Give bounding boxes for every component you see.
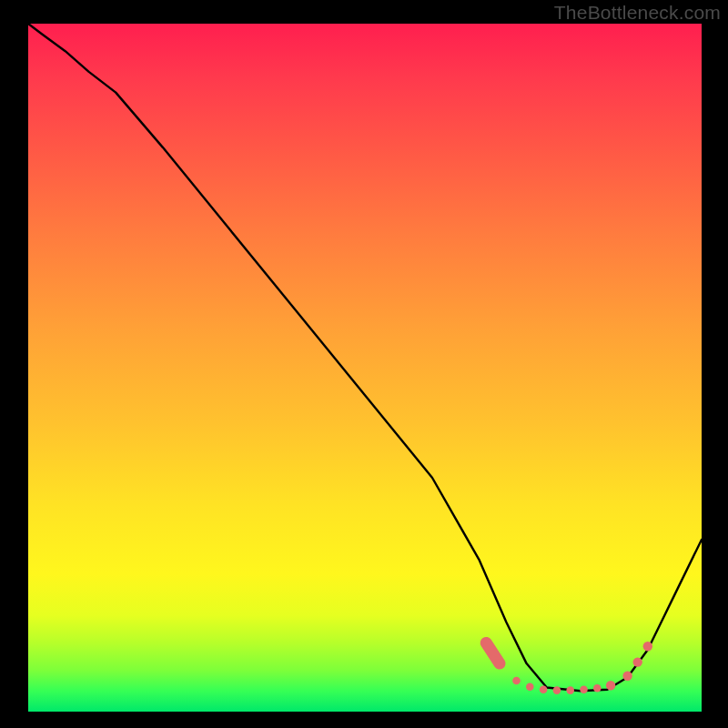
marker-dot: [553, 686, 561, 694]
plot-area: [28, 24, 702, 712]
marker-layer: [486, 642, 652, 694]
marker-dot: [540, 686, 548, 694]
marker-dot: [496, 660, 504, 668]
marker-dot: [566, 686, 574, 694]
chart-frame: TheBottleneck.com: [0, 0, 728, 728]
chart-overlay: [28, 24, 702, 712]
marker-dot: [633, 657, 642, 666]
marker-dot: [512, 677, 521, 685]
marker-dot: [643, 642, 652, 651]
watermark-text: TheBottleneck.com: [554, 2, 721, 24]
bottleneck-curve: [28, 24, 702, 691]
marker-dot: [622, 672, 632, 681]
marker-dot: [526, 683, 534, 692]
marker-dot: [580, 686, 588, 694]
marker-dot: [593, 684, 602, 693]
marker-dot: [606, 681, 615, 690]
